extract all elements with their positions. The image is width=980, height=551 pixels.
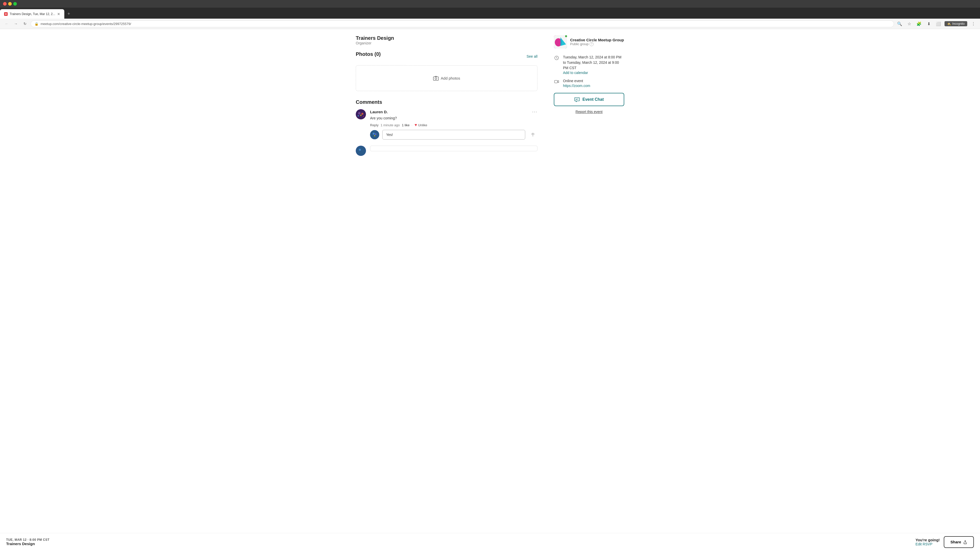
main-column: Trainers Design Organizer Photos (0) See…: [350, 35, 544, 164]
new-tab-button[interactable]: +: [64, 9, 73, 19]
zoom-link[interactable]: https://zoom.com: [563, 84, 590, 88]
report-event-link[interactable]: Report this event: [554, 110, 624, 114]
group-type: Public group ?: [570, 42, 624, 46]
svg-point-1: [435, 78, 437, 79]
reply-input-row: [370, 130, 538, 140]
browser-nav-icons: 🔍 ☆ 🧩 ⬇ ⬜ 🕵 Incognito ⋮: [896, 20, 977, 27]
reply-button[interactable]: Reply: [370, 123, 379, 127]
add-to-calendar-link[interactable]: Add to calendar: [563, 71, 624, 75]
svg-point-6: [358, 115, 359, 117]
tab-bar: M Trainers Design, Tue, Mar 12, 2... ✕ +: [0, 8, 980, 19]
svg-point-13: [359, 149, 361, 151]
dot-separator: ·: [412, 123, 413, 127]
event-date-line2: to Tuesday, March 12, 2024 at 9:00 PM CS…: [563, 60, 624, 71]
url-text: meetup.com/creative-circle-meetup-group/…: [41, 22, 131, 26]
avatar-image: [356, 109, 366, 119]
split-view-button[interactable]: ⬜: [935, 20, 942, 27]
info-icon[interactable]: ?: [590, 42, 593, 46]
bottom-comment: [356, 146, 538, 156]
reply-input[interactable]: [382, 130, 525, 140]
event-type-label: Online event: [563, 78, 590, 84]
svg-point-5: [360, 114, 362, 116]
location-text: Online event https://zoom.com: [563, 78, 590, 88]
minimize-window-button[interactable]: [8, 2, 12, 6]
reply-send-button[interactable]: [528, 130, 538, 139]
close-window-button[interactable]: [3, 2, 6, 6]
sidebar-column: Creative Circle Meetup Group Public grou…: [554, 35, 630, 164]
download-button[interactable]: ⬇: [925, 20, 932, 27]
back-button[interactable]: ←: [3, 20, 10, 27]
svg-point-8: [370, 130, 379, 139]
unlike-button[interactable]: ♥ Unlike: [414, 123, 427, 127]
comment-menu-button[interactable]: ···: [532, 109, 538, 114]
extensions-button[interactable]: 🧩: [915, 20, 923, 27]
organizer-subtitle: Organizer: [356, 41, 538, 45]
group-name: Creative Circle Meetup Group: [570, 38, 624, 42]
incognito-label: Incognito: [952, 22, 965, 25]
event-chat-button[interactable]: Event Chat: [554, 93, 624, 106]
photo-icon: [433, 76, 439, 81]
svg-rect-0: [433, 77, 438, 80]
event-details: Tuesday, March 12, 2024 at 8:00 PM to Tu…: [554, 55, 624, 88]
date-row: Tuesday, March 12, 2024 at 8:00 PM to Tu…: [554, 55, 624, 75]
add-photos-button[interactable]: Add photos: [433, 76, 460, 81]
event-chat-label: Event Chat: [582, 97, 604, 102]
page-content: Trainers Design Organizer Photos (0) See…: [350, 29, 630, 170]
group-card: Creative Circle Meetup Group Public grou…: [554, 35, 624, 48]
svg-point-12: [356, 146, 366, 156]
svg-point-3: [358, 112, 361, 114]
organizer-title: Trainers Design: [356, 35, 538, 41]
menu-button[interactable]: ⋮: [970, 20, 977, 27]
comment-text: Are you coming?: [370, 116, 538, 120]
svg-point-10: [375, 133, 376, 135]
see-all-link[interactable]: See all: [527, 54, 538, 59]
add-photos-label: Add photos: [441, 76, 460, 80]
svg-point-9: [372, 133, 375, 135]
bottom-avatar: [356, 146, 366, 156]
browser-chrome: [0, 0, 980, 8]
comment-timestamp: 1 minute ago: [380, 123, 400, 127]
location-row: Online event https://zoom.com: [554, 78, 624, 88]
svg-point-7: [363, 116, 364, 117]
reply-avatar: [370, 130, 379, 139]
svg-rect-18: [555, 80, 558, 83]
comment-body: Lauren D. ··· Are you coming? Reply 1 mi…: [370, 109, 538, 140]
comment-item: Lauren D. ··· Are you coming? Reply 1 mi…: [356, 109, 538, 140]
organizer-header: Trainers Design Organizer: [356, 35, 538, 45]
comment-header: Lauren D. ···: [370, 109, 538, 114]
event-date-line1: Tuesday, March 12, 2024 at 8:00 PM: [563, 55, 624, 60]
photos-placeholder: Add photos: [356, 65, 538, 91]
online-indicator: [565, 35, 568, 38]
tab-close-button[interactable]: ✕: [57, 12, 60, 16]
address-bar[interactable]: 🔒 meetup.com/creative-circle-meetup-grou…: [30, 21, 894, 27]
maximize-window-button[interactable]: [13, 2, 17, 6]
svg-point-11: [374, 135, 375, 137]
comments-title: Comments: [356, 99, 538, 105]
incognito-icon: 🕵: [947, 22, 951, 25]
incognito-button[interactable]: 🕵 Incognito: [945, 21, 967, 26]
date-text: Tuesday, March 12, 2024 at 8:00 PM to Tu…: [563, 55, 624, 75]
tab-favicon: M: [4, 12, 8, 16]
heart-icon: ♥: [414, 123, 417, 127]
group-type-label: Public group: [570, 42, 589, 46]
group-logo-wrapper: [554, 35, 567, 48]
reload-button[interactable]: ↻: [21, 20, 29, 27]
forward-button[interactable]: →: [12, 20, 19, 27]
search-button[interactable]: 🔍: [896, 20, 903, 27]
clock-icon: [554, 55, 559, 61]
chat-icon: [574, 97, 580, 102]
group-info: Creative Circle Meetup Group Public grou…: [570, 38, 624, 46]
bottom-input[interactable]: [370, 146, 538, 151]
comment-actions: Reply 1 minute ago 1 like · ♥ Unlike: [370, 123, 538, 127]
active-tab[interactable]: M Trainers Design, Tue, Mar 12, 2... ✕: [0, 9, 64, 19]
comments-section: Comments: [356, 99, 538, 156]
svg-point-4: [361, 113, 363, 115]
photos-header: Photos (0) See all: [356, 51, 538, 61]
photos-title: Photos (0): [356, 51, 381, 57]
bookmark-button[interactable]: ☆: [906, 20, 913, 27]
video-icon: [554, 79, 559, 84]
lock-icon: 🔒: [35, 22, 38, 26]
avatar: [356, 109, 366, 119]
like-count: 1 like: [402, 123, 409, 127]
commenter-name: Lauren D.: [370, 110, 388, 114]
